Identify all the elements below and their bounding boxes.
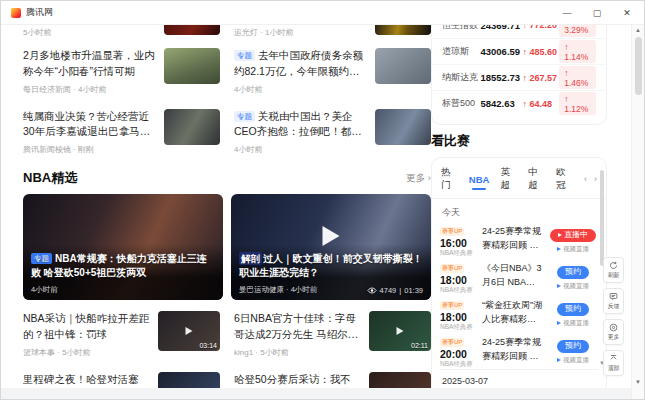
article-title: 专题关税由中国出？美企CEO齐抱怨：拉倒吧！都是从我兜里掏钱: [234, 109, 367, 141]
article-item[interactable]: 纯属商业决策？苦心经营近30年后李嘉诚退出巴拿马运河，美国财团接手 腾讯新闻棱镜…: [23, 102, 220, 163]
stock-row[interactable]: 标普500 5842.63 ↑ 64.48 ↑ 1.12%: [432, 90, 606, 116]
play-icon: [397, 327, 404, 335]
reserve-badge[interactable]: 预约: [557, 340, 589, 353]
video-source: 篮球本事 · 5小时前: [23, 347, 150, 358]
stock-change: ↑ 267.57: [522, 73, 559, 83]
play-icon: [186, 327, 193, 335]
more-link[interactable]: 更多 ›: [406, 172, 431, 185]
video-duration: 02:11: [411, 342, 428, 349]
nba-section-header: NBA精选 更多 ›: [23, 169, 431, 187]
stock-percent: ↑ 1.46%: [559, 66, 596, 89]
tab-csl[interactable]: 中超: [528, 166, 545, 198]
video-title: NBA采访｜快船咋拉开差距的？祖中锋：罚球: [23, 311, 150, 343]
video-caption-overlay: 专题NBA常规赛：快船力克活塞止三连败 哈登砍50+5祖巴茨两双 4小时前: [23, 244, 223, 300]
article-source: 每日经济新闻 · 4小时前: [23, 84, 156, 95]
game-tag: 赛事UP: [440, 227, 464, 236]
tab-nba[interactable]: NBA: [469, 174, 490, 191]
game-row[interactable]: 赛事UP 20:00 NBA经典赛 24-25赛季常规赛精彩回顾 活塞vs快船 …: [432, 331, 606, 368]
reserve-badge[interactable]: 预约: [557, 266, 589, 279]
game-tag: 赛事UP: [440, 338, 464, 347]
feed-row: 2月多地楼市升温显著，业内称今年“小阳春”行情可期 每日经济新闻 · 4小时前 …: [23, 41, 431, 102]
tab-hot[interactable]: 热门: [441, 166, 458, 198]
video-source: king1 · 5小时前: [234, 347, 361, 358]
stock-change: ↑ 64.48: [522, 99, 559, 109]
maximize-button[interactable]: ▢: [582, 1, 612, 25]
play-icon: [557, 284, 561, 288]
video-thumbnail: 02:11: [369, 311, 431, 351]
tabs-next-arrow-icon[interactable]: ›: [594, 174, 597, 184]
game-time: 16:00: [440, 237, 482, 250]
article-item[interactable]: 专题去年中国政府债务余额约82.1万亿，今年限额约99.9万亿元 4小时前: [234, 41, 431, 102]
video-list-item[interactable]: 6日NBA官方十佳球：字母哥达成2万分先生 马绍尔神奇一打四 king1 · 5…: [234, 304, 431, 365]
game-time: 18:00: [440, 274, 482, 287]
game-title: “紫金狂欢周”湖人比赛精彩回顾 科比谢…: [482, 299, 548, 325]
stock-value: 24369.71: [480, 25, 522, 31]
video-caption-overlay: 解剖过人｜欧文重创！前交叉韧带撕裂！职业生涯恐完结？ 曼巴运动健康 · 4小时前…: [231, 244, 431, 300]
refresh-button[interactable]: 刷新: [603, 257, 624, 283]
close-button[interactable]: ✕: [612, 1, 642, 25]
play-icon: [557, 247, 561, 251]
scrollbar-thumb[interactable]: [635, 37, 642, 95]
scroll-down-icon[interactable]: ▼: [632, 379, 644, 385]
game-row[interactable]: 赛事UP 16:00 NBA经典赛 24-25赛季常规赛精彩回顾 独行侠vs掘金…: [432, 220, 606, 257]
minimize-button[interactable]: —: [552, 1, 582, 25]
league-tabs: 热门 NBA 英超 中超 欧冠 ‹ ›: [432, 158, 606, 199]
stock-row[interactable]: 纳斯达克 18552.73 ↑ 267.57 ↑ 1.46%: [432, 64, 606, 90]
article-title: 纯属商业决策？苦心经营近30年后李嘉诚退出巴拿马运河，美国财团接手: [23, 109, 156, 141]
stock-value: 18552.73: [480, 72, 522, 83]
video-thumbnail: 03:14: [158, 311, 220, 351]
window-scrollbar[interactable]: ▲ ▼: [631, 25, 644, 399]
play-icon: [557, 358, 561, 362]
scroll-up-icon[interactable]: ▲: [632, 27, 644, 33]
game-tag: 赛事UP: [440, 264, 464, 273]
chevron-up-icon: [609, 354, 618, 363]
play-icon: [557, 321, 561, 325]
game-row[interactable]: 赛事UP 18:00 NBA经典赛 “紫金狂欢周”湖人比赛精彩回顾 科比谢… 预…: [432, 294, 606, 331]
article-item[interactable]: 追光灯 · 1小时前: [234, 25, 431, 41]
today-label: 今天: [432, 199, 606, 220]
article-item[interactable]: 5小时前: [23, 25, 220, 41]
game-time: 18:00: [440, 311, 482, 324]
back-to-top-button[interactable]: 顶部: [603, 350, 624, 376]
article-item[interactable]: 2月多地楼市升温显著，业内称今年“小阳春”行情可期 每日经济新闻 · 4小时前: [23, 41, 220, 102]
video-title: 解剖过人｜欧文重创！前交叉韧带撕裂！职业生涯恐完结？: [239, 252, 423, 280]
game-row[interactable]: 赛事UP 18:00 NBA经典赛 《今日NBA》3月6日 NBA赛事精彩回顾 …: [432, 257, 606, 294]
game-sub: 视频直播: [548, 282, 598, 291]
live-badge[interactable]: 直播中: [550, 229, 596, 242]
tab-epl[interactable]: 英超: [500, 166, 517, 198]
game-title: 24-25赛季常规赛精彩回顾 活塞vs快船: [482, 336, 548, 362]
game-tag: 赛事UP: [440, 301, 464, 310]
date-divider: 2025-03-07: [440, 369, 598, 389]
game-time: 20:00: [440, 348, 482, 361]
article-item[interactable]: 专题关税由中国出？美企CEO齐抱怨：拉倒吧！都是从我兜里掏钱 4小时前: [234, 102, 431, 163]
stock-row[interactable]: 道琼斯 43006.59 ↑ 485.60 ↑ 1.14%: [432, 38, 606, 64]
panel-scrollbar-thumb[interactable]: [600, 170, 604, 266]
video-list-item[interactable]: NBA采访｜快船咋拉开差距的？祖中锋：罚球 篮球本事 · 5小时前 03:14: [23, 304, 220, 365]
tab-ucl[interactable]: 欧冠: [556, 166, 573, 198]
video-list: NBA采访｜快船咋拉开差距的？祖中锋：罚球 篮球本事 · 5小时前 03:14 …: [23, 304, 431, 400]
feedback-icon: [609, 292, 618, 301]
reserve-badge[interactable]: 预约: [557, 303, 589, 316]
games-card: 热门 NBA 英超 中超 欧冠 ‹ › 今天 赛事UP 16:00 NBA经典赛: [431, 157, 607, 395]
stock-row[interactable]: 恒生指数 24369.71 ↑ 772.20 ↑ 3.29%: [432, 25, 606, 38]
article-thumbnail: [375, 25, 431, 35]
main-column: 5小时前 追光灯 · 1小时前 2月多地楼市升温显著，业内称今年“小阳春”行情可…: [23, 25, 431, 400]
tabs-prev-arrow-icon[interactable]: ‹: [584, 174, 587, 184]
video-card[interactable]: 专题NBA常规赛：快船力克活塞止三连败 哈登砍50+5祖巴茨两双 4小时前: [23, 194, 223, 300]
article-thumbnail: [164, 109, 220, 145]
topic-tag: 专题: [31, 253, 52, 264]
section-title: 看比赛: [431, 132, 470, 150]
article-source: 腾讯新闻棱镜 · 刚刚: [23, 144, 156, 155]
refresh-icon: [609, 261, 618, 270]
window-controls: — ▢ ✕: [552, 1, 642, 25]
live-icon: [558, 233, 562, 237]
feedback-button[interactable]: 反馈: [603, 288, 624, 314]
game-title: 《今日NBA》3月6日 NBA赛事精彩回顾: [482, 262, 548, 288]
feed-row-cut: 5小时前 追光灯 · 1小时前: [23, 25, 431, 41]
eye-icon: [367, 287, 377, 294]
video-card[interactable]: 解剖过人｜欧文重创！前交叉韧带撕裂！职业生涯恐完结？ 曼巴运动健康 · 4小时前…: [231, 194, 431, 300]
video-title: 6日NBA官方十佳球：字母哥达成2万分先生 马绍尔神奇一打四: [234, 311, 361, 343]
page-content: 5小时前 追光灯 · 1小时前 2月多地楼市升温显著，业内称今年“小阳春”行情可…: [1, 25, 644, 399]
more-button[interactable]: 更多: [603, 319, 624, 345]
stock-change: ↑ 485.60: [522, 47, 559, 57]
